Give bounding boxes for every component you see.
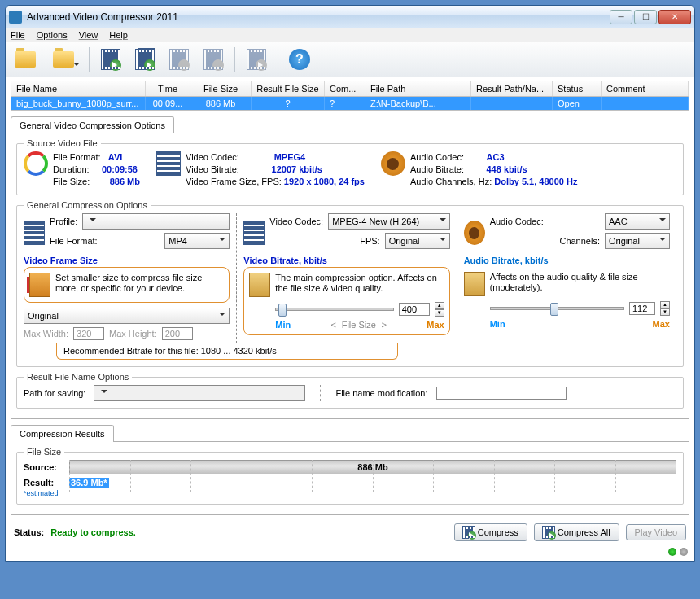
status-label: Status: [14,527,44,537]
col-time[interactable]: Time [146,81,190,96]
col-filesize[interactable]: File Size [190,81,252,96]
format-combo[interactable]: MP4 [164,233,230,249]
video-bitrate-slider[interactable] [275,308,393,311]
minimize-button[interactable]: ─ [610,10,632,24]
open-file-button[interactable] [11,46,40,73]
result-size-value: 36.9 Mb* [69,478,109,488]
video-codec-combo[interactable]: MPEG-4 New (H.264) [328,213,449,230]
video-bitrate-input[interactable] [399,303,430,316]
menubar: File Options View Help [6,28,694,42]
compression-options-fieldset: General Compression Options Profile: Fil… [16,200,684,367]
media-ring-icon [24,151,48,176]
led-green-icon [668,548,676,556]
abr-up[interactable]: ▲ [660,301,670,308]
play-video-button[interactable]: Play Video [626,524,686,540]
audio-codec-combo[interactable]: AAC [605,213,670,230]
source-video-fieldset: Source Video File File Format: AVI Durat… [16,138,684,195]
audio-compress-icon [464,272,485,296]
maximize-button[interactable]: ☐ [634,10,657,24]
result-filename-fieldset: Result File Name Options Path for saving… [16,372,684,409]
col-comment[interactable]: Comment [602,81,689,96]
source-size-bar: 886 Mb [69,460,676,474]
col-status[interactable]: Status [553,81,602,96]
speaker-icon [464,221,485,245]
menu-help[interactable]: Help [109,30,128,40]
open-folder-button[interactable] [45,46,82,73]
compress-all-button-tb[interactable] [130,46,160,73]
vbr-up[interactable]: ▲ [435,302,444,309]
frame-size-box: Set smaller size to compress file size m… [24,267,230,303]
app-icon [9,11,22,24]
tab-compression-results[interactable]: Compression Results [11,425,114,442]
filmstrip-icon [243,221,265,245]
titlebar: Advanced Video Compressor 2011 ─ ☐ ✕ [6,6,694,28]
col-com[interactable]: Com... [325,81,365,96]
compress-button[interactable]: Compress [454,523,527,541]
filesize-fieldset: File Size Source: 886 Mb Result: *estima… [16,447,684,505]
tab-general-options[interactable]: General Video Compression Options [11,116,174,133]
menu-options[interactable]: Options [37,30,68,40]
fps-combo[interactable]: Original [385,233,450,249]
compress-all-button[interactable]: Compress All [534,523,619,541]
close-button[interactable]: ✕ [658,10,691,24]
max-width-input[interactable] [73,327,104,340]
profile-combo[interactable] [82,213,230,230]
grid-row[interactable]: big_buck_bunny_1080p_surr... 00:09... 88… [11,97,689,110]
channels-combo[interactable]: Original [605,233,670,249]
resize-icon [29,273,50,297]
vbr-down[interactable]: ▼ [435,309,444,317]
file-grid: File Name Time File Size Result File Siz… [11,81,689,111]
filmstrip-icon [24,221,45,245]
col-filename[interactable]: File Name [11,81,146,96]
menu-file[interactable]: File [11,30,25,40]
window-title: Advanced Video Compressor 2011 [27,11,610,23]
filename-mod-input[interactable] [436,387,567,400]
compress-button-tb[interactable] [96,46,125,73]
speaker-icon [381,151,405,176]
menu-view[interactable]: View [79,30,98,40]
save-path-combo[interactable] [94,385,305,401]
pause-button-tb[interactable] [164,46,194,73]
recommended-bitrate: Recommended Bitrate for this file: 1080 … [56,343,398,360]
filmstrip-icon [156,151,181,176]
abr-down[interactable]: ▼ [660,308,670,316]
help-button-tb[interactable]: ? [285,46,314,73]
col-resultsize[interactable]: Result File Size [252,81,325,96]
video-bitrate-box: The main compression option. Affects on … [243,267,449,335]
compress-icon [249,273,270,297]
play-video-button-tb[interactable] [242,46,271,73]
toolbar: ? [6,42,694,77]
led-gray-icon [680,548,688,556]
col-filepath[interactable]: File Path [365,81,471,96]
audio-bitrate-input[interactable] [629,302,655,315]
frame-size-combo[interactable]: Original [24,308,230,324]
audio-bitrate-slider[interactable] [490,307,624,310]
status-text: Ready to compress. [50,527,136,537]
max-height-input[interactable] [162,327,193,340]
stop-button-tb[interactable] [199,46,228,73]
col-resultpath[interactable]: Result Path/Na... [471,81,553,96]
